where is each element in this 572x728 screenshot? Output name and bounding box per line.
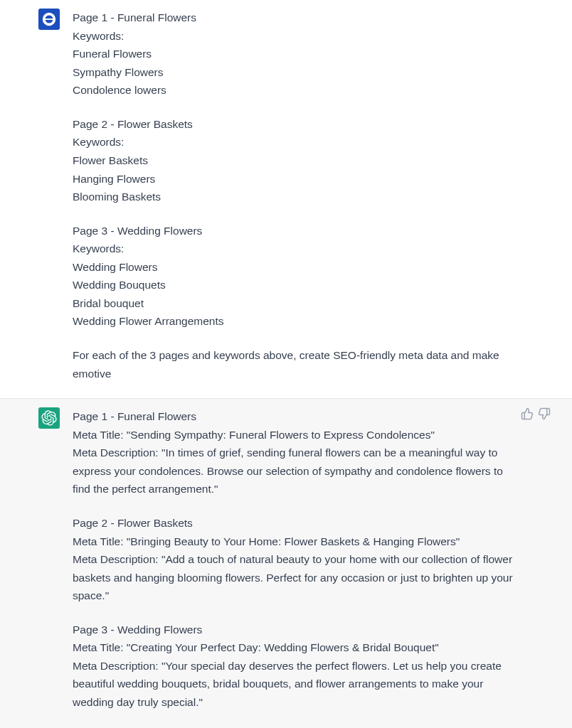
text-line: Flower Baskets [73,151,518,170]
text-line: Keywords: [73,133,518,151]
thumbs-up-icon[interactable] [521,407,534,420]
text-line: Page 1 - Funeral Flowers [73,407,518,426]
user-avatar-icon [41,11,57,27]
text-line: Meta Title: "Creating Your Perfect Day: … [73,638,518,657]
text-line: Page 3 - Wedding Flowers [73,222,518,240]
user-avatar [38,9,60,30]
text-line: Page 1 - Funeral Flowers [73,9,518,27]
text-line: Blooming Baskets [73,188,518,206]
blank-line [73,331,518,346]
user-message: Page 1 - Funeral Flowers Keywords: Funer… [0,0,572,399]
blank-line [73,498,518,514]
thumbs-down-icon[interactable] [538,407,551,420]
assistant-avatar-icon [41,410,57,426]
text-line: For each of the 3 pages and keywords abo… [73,346,518,382]
text-line: Page 3 - Wedding Flowers [73,621,518,639]
text-line: Meta Description: "Add a touch of natura… [73,550,518,605]
text-line: Sympathy Flowers [73,63,518,82]
text-line: Keywords: [73,27,518,46]
text-line: Page 2 - Flower Baskets [73,514,518,532]
text-line: Wedding Flower Arrangements [73,312,518,331]
text-line: Wedding Bouquets [73,276,518,294]
feedback-actions [521,407,551,420]
assistant-message: Page 1 - Funeral Flowers Meta Title: "Se… [0,399,572,728]
text-line: Page 2 - Flower Baskets [73,115,518,134]
text-line: Bridal bouquet [73,294,518,313]
text-line: Wedding Flowers [73,258,518,277]
svg-rect-2 [44,18,55,20]
text-line: Meta Title: "Bringing Beauty to Your Hom… [73,532,518,551]
text-line: Hanging Flowers [73,170,518,188]
text-line: Meta Description: "In times of grief, se… [73,444,518,498]
assistant-avatar [38,407,60,429]
text-line: Keywords: [73,240,518,258]
text-line: Meta Description: "Your special day dese… [73,657,518,712]
assistant-message-content: Page 1 - Funeral Flowers Meta Title: "Se… [73,407,546,711]
blank-line [73,605,518,621]
user-message-content: Page 1 - Funeral Flowers Keywords: Funer… [73,9,546,382]
text-line: Condolence lowers [73,81,518,100]
text-line: Funeral Flowers [73,45,518,63]
blank-line [73,100,518,115]
text-line: Meta Title: "Sending Sympathy: Funeral F… [73,426,518,444]
blank-line [73,206,518,222]
